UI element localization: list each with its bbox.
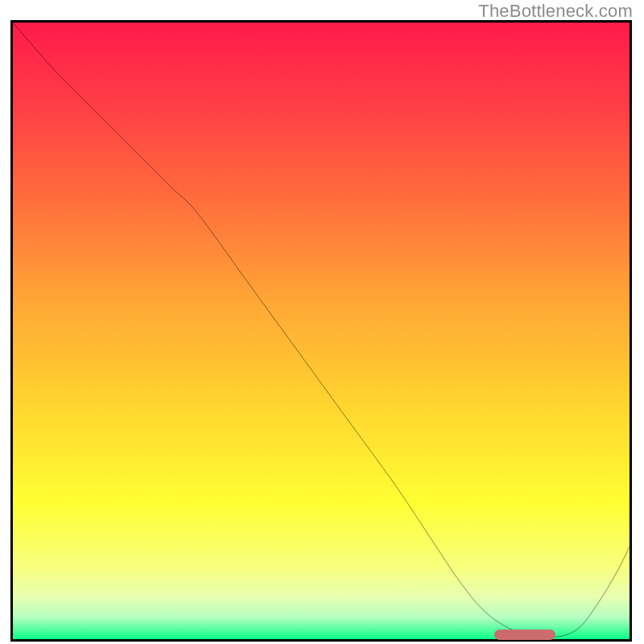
optimal-range-marker [494,630,556,640]
watermark-text: TheBottleneck.com [478,1,633,22]
bottleneck-curve [13,23,630,639]
chart-frame [10,20,632,642]
